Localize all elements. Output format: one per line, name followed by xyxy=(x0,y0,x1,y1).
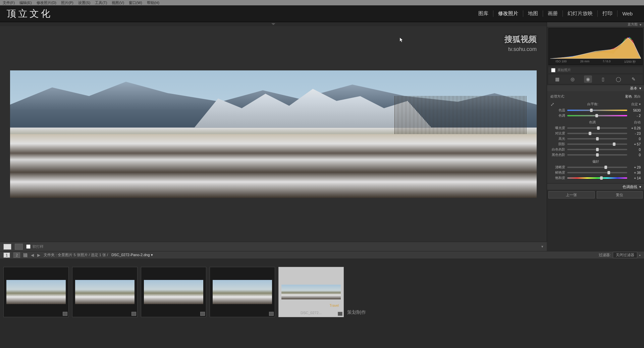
auto-tone-button[interactable]: 自动 xyxy=(634,120,641,125)
highlights-slider[interactable] xyxy=(567,138,627,139)
top-panel-toggle[interactable] xyxy=(0,22,547,26)
nav-back-icon[interactable]: ◀ xyxy=(31,253,34,257)
original-photo-row[interactable]: 原始照片 xyxy=(548,67,643,73)
crop-tool[interactable]: ▦ xyxy=(553,75,561,83)
toolbar-dropdown[interactable]: ▾ xyxy=(541,244,543,249)
menu-file[interactable]: 文件(F) xyxy=(3,0,15,5)
nav-forward-icon[interactable]: ▶ xyxy=(37,253,40,257)
canvas-toolbar: 软打样 ▾ xyxy=(0,242,547,251)
vibrance-value[interactable]: + 38 xyxy=(629,171,641,175)
menu-settings[interactable]: 设置(S) xyxy=(78,0,91,5)
chevron-down-icon xyxy=(271,23,275,25)
clarity-value[interactable]: + 29 xyxy=(629,166,641,169)
filmstrip-thumb[interactable] xyxy=(3,267,69,317)
whites-value[interactable]: 0 xyxy=(629,148,641,152)
module-print[interactable]: 打印 xyxy=(598,10,618,17)
vibrance-slider[interactable] xyxy=(567,172,627,173)
histogram-header[interactable]: 直方图▾ xyxy=(547,22,644,27)
menu-develop[interactable]: 修改照片(D) xyxy=(37,0,56,5)
original-checkbox[interactable] xyxy=(551,68,555,72)
right-panel: 直方图▾ ISO 100 26 mm f / 8.0 1/250 秒 原始照片 xyxy=(547,22,644,242)
tone-curve-header[interactable]: 色调曲线▾ xyxy=(547,184,644,190)
chevron-down-icon: ▾ xyxy=(639,86,641,91)
filmstrip-thumb[interactable] xyxy=(72,267,138,317)
temp-label: 色温 xyxy=(550,108,565,113)
temp-slider[interactable] xyxy=(567,110,627,111)
tint-value[interactable]: - 2 xyxy=(629,114,641,118)
menu-window[interactable]: 窗口(W) xyxy=(129,0,142,5)
exposure-value[interactable]: + 0.26 xyxy=(629,126,641,130)
menu-tools[interactable]: 工具(T) xyxy=(95,0,107,5)
clarity-slider[interactable] xyxy=(567,167,627,168)
shadows-slider[interactable] xyxy=(567,143,627,145)
exposure-slider[interactable] xyxy=(567,127,627,129)
filter-lock-icon[interactable]: ▪ xyxy=(639,253,641,257)
travel-watermark: Travel xyxy=(330,304,339,307)
grid-icon[interactable] xyxy=(23,253,28,257)
blacks-value[interactable]: 0 xyxy=(629,153,641,157)
histo-shutter: 1/250 秒 xyxy=(624,60,636,64)
histogram[interactable]: ISO 100 26 mm f / 8.0 1/250 秒 xyxy=(548,28,643,65)
module-web[interactable]: Web xyxy=(618,11,637,16)
current-filename[interactable]: DSC_0272-Pano-2.dng ▾ xyxy=(111,253,153,257)
filter-dropdown[interactable]: 关闭过滤器 xyxy=(613,252,637,258)
radial-tool[interactable]: ◯ xyxy=(614,75,623,83)
filmstrip-thumb-selected[interactable]: Travel DSC_0272... xyxy=(278,267,344,317)
exposure-label: 曝光度 xyxy=(550,126,565,130)
menu-edit[interactable]: 编辑(E) xyxy=(19,0,32,5)
module-library[interactable]: 图库 xyxy=(474,10,493,17)
highlights-value[interactable]: 0 xyxy=(629,137,641,141)
identity-bar: 顶立文化 图库 修改照片 地图 画册 幻灯片放映 打印 Web xyxy=(0,5,644,22)
contrast-value[interactable]: - 23 xyxy=(629,132,641,135)
thumb-filename: DSC_0272... xyxy=(279,311,343,315)
process-color[interactable]: 彩色 xyxy=(625,95,632,98)
menu-view[interactable]: 视图(V) xyxy=(112,0,124,5)
saturation-value[interactable]: + 14 xyxy=(629,176,641,180)
contrast-label: 对比度 xyxy=(550,131,565,136)
basic-header[interactable]: 基本▾ xyxy=(547,85,644,91)
contrast-slider[interactable] xyxy=(567,133,627,134)
filmstrip-thumb[interactable] xyxy=(141,267,206,317)
monitor-2[interactable]: 2 xyxy=(13,252,20,258)
module-slideshow[interactable]: 幻灯片放映 xyxy=(563,10,598,17)
eyedropper-icon[interactable]: ⤢ xyxy=(550,102,554,107)
menu-photo[interactable]: 照片(P) xyxy=(61,0,73,5)
brush-tool[interactable]: ✎ xyxy=(630,75,638,83)
soft-proof-checkbox[interactable] xyxy=(26,244,31,249)
soft-proof-label: 软打样 xyxy=(33,244,44,249)
compare-view-button[interactable] xyxy=(15,244,23,250)
breadcrumb: 文件夹 : 全景图片 5 张照片 / 选定 1 张 / xyxy=(44,252,108,257)
module-map[interactable]: 地图 xyxy=(523,10,543,17)
tool-strip: ▦ ◎ ◉ ▯ ◯ ✎ xyxy=(548,74,643,84)
temp-value[interactable]: 5630 xyxy=(629,109,641,112)
tint-slider[interactable] xyxy=(567,115,627,116)
whites-label: 白色色阶 xyxy=(550,147,565,152)
spot-tool[interactable]: ◎ xyxy=(569,75,577,83)
shadows-value[interactable]: + 57 xyxy=(629,142,641,146)
process-label: 处理方式: xyxy=(550,94,565,99)
loupe-view-button[interactable] xyxy=(3,244,11,250)
tint-label: 色调 xyxy=(550,113,565,118)
redeye-tool[interactable]: ◉ xyxy=(584,75,592,83)
tone-header: 色调 xyxy=(589,120,596,125)
chevron-down-icon: ▾ xyxy=(640,23,641,26)
process-bw[interactable]: 黑白 xyxy=(634,95,641,98)
monitor-1[interactable]: 1 xyxy=(3,252,10,258)
histo-aperture: f / 8.0 xyxy=(603,60,611,64)
saturation-slider[interactable] xyxy=(567,177,627,179)
menu-help[interactable]: 帮助(H) xyxy=(147,0,159,5)
highlights-label: 高光 xyxy=(550,136,565,141)
previous-button[interactable]: 上一张 xyxy=(548,191,595,198)
main-image[interactable] xyxy=(10,70,537,198)
module-develop[interactable]: 修改照片 xyxy=(493,10,523,17)
whites-slider[interactable] xyxy=(567,149,627,150)
wb-mode-dropdown[interactable]: 自定 ▾ xyxy=(631,102,641,107)
thumb-badge-icon xyxy=(269,312,274,316)
module-book[interactable]: 画册 xyxy=(543,10,563,17)
canvas-area: 搜狐视频 tv.sohu.com xyxy=(0,22,547,242)
filmstrip-thumb[interactable] xyxy=(210,267,275,317)
basic-panel: 处理方式: 彩色 黑白 ⤢ 白平衡: 自定 ▾ 色温5630 色调- 2 色调自… xyxy=(547,91,644,183)
gradient-tool[interactable]: ▯ xyxy=(599,75,607,83)
reset-button[interactable]: 复位 xyxy=(597,191,643,198)
blacks-slider[interactable] xyxy=(567,154,627,156)
